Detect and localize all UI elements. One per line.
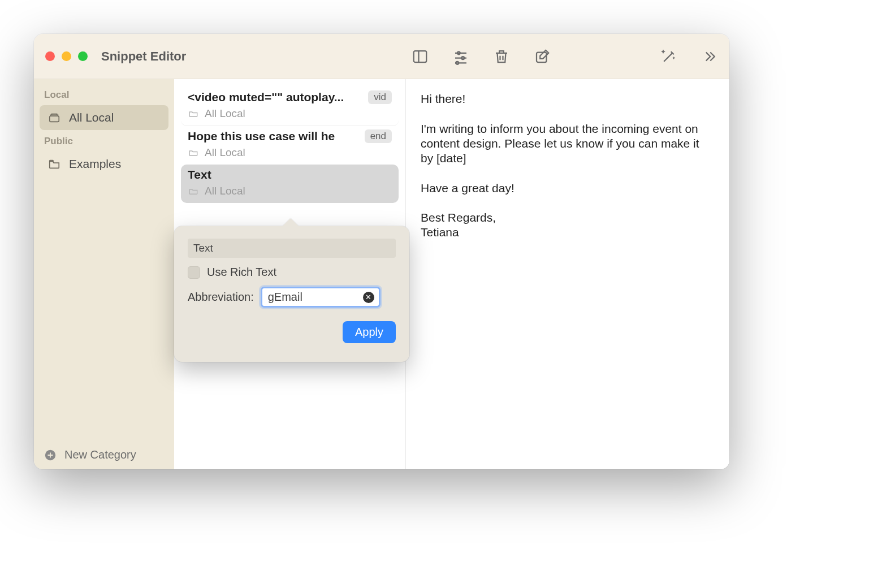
window-controls [45, 51, 88, 61]
plus-circle-icon [44, 449, 57, 461]
sidebar-item-all-local[interactable]: All Local [40, 105, 168, 130]
snippet-preview[interactable]: Hi there! I'm writing to inform you abou… [406, 79, 729, 469]
trash-icon[interactable] [493, 48, 510, 65]
rich-text-checkbox[interactable] [188, 266, 200, 279]
svg-rect-0 [414, 51, 427, 62]
sidebar-item-examples[interactable]: Examples [40, 152, 168, 176]
toolbar [412, 48, 718, 65]
snippet-title: Text [188, 168, 211, 181]
abbreviation-input[interactable]: gEmail ✕ [261, 287, 381, 308]
snippet-item[interactable]: Hope this use case will he end All Local [181, 126, 399, 165]
snippet-name-input[interactable]: Text [188, 239, 396, 258]
new-category-label: New Category [64, 448, 136, 461]
snippet-badge: vid [368, 90, 392, 104]
abbreviation-value: gEmail [268, 291, 302, 304]
apply-button[interactable]: Apply [343, 321, 396, 343]
fullscreen-window-button[interactable] [78, 51, 88, 61]
magic-wand-icon[interactable] [660, 48, 677, 65]
sidebar-section-local: Local [34, 85, 174, 104]
new-category-button[interactable]: New Category [34, 440, 174, 469]
compose-icon[interactable] [534, 48, 551, 65]
folder-icon [47, 158, 61, 170]
window-title: Snippet Editor [101, 49, 186, 64]
folder-icon [188, 109, 199, 119]
sidebar-item-label: Examples [69, 157, 121, 171]
rich-text-label: Use Rich Text [207, 266, 276, 279]
folder-icon [188, 186, 199, 196]
snippet-title: Hope this use case will he [188, 129, 335, 143]
sidebar-toggle-icon[interactable] [412, 48, 429, 65]
stack-icon [47, 111, 61, 124]
snippet-title: <video muted="" autoplay... [188, 90, 344, 104]
close-window-button[interactable] [45, 51, 55, 61]
snippet-folder: All Local [205, 185, 245, 197]
body: Local All Local Public Examples New Cate… [34, 79, 729, 469]
sliders-icon[interactable] [452, 48, 469, 65]
snippet-folder: All Local [205, 107, 245, 120]
sidebar-section-public: Public [34, 131, 174, 150]
snippet-badge: end [365, 129, 392, 143]
folder-icon [188, 148, 199, 158]
sidebar: Local All Local Public Examples New Cate… [34, 79, 174, 469]
snippet-folder: All Local [205, 146, 245, 159]
minimize-window-button[interactable] [62, 51, 71, 61]
sidebar-item-label: All Local [69, 111, 114, 124]
overflow-icon[interactable] [701, 48, 718, 65]
clear-icon[interactable]: ✕ [363, 292, 374, 303]
snippet-list: <video muted="" autoplay... vid All Loca… [174, 79, 406, 469]
abbreviation-label: Abbreviation: [188, 291, 254, 304]
rich-text-row[interactable]: Use Rich Text [188, 266, 396, 279]
snippet-item-selected[interactable]: Text All Local [181, 165, 399, 203]
titlebar: Snippet Editor [34, 34, 729, 79]
svg-rect-11 [50, 116, 59, 122]
edit-popover: Text Use Rich Text Abbreviation: gEmail … [174, 226, 409, 362]
app-window: Snippet Editor Loc [34, 34, 729, 469]
snippet-item[interactable]: <video muted="" autoplay... vid All Loca… [181, 87, 399, 126]
